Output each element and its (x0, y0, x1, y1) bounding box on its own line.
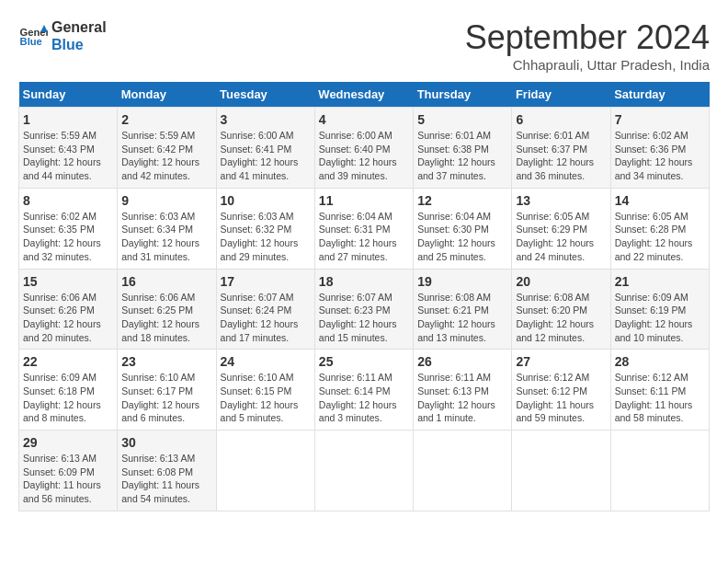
day-info: Sunrise: 6:05 AM Sunset: 6:28 PM Dayligh… (615, 210, 705, 264)
weekday-header-sunday: Sunday (19, 82, 118, 108)
day-number: 14 (615, 193, 705, 208)
calendar-cell: 7 Sunrise: 6:02 AM Sunset: 6:36 PM Dayli… (610, 108, 709, 189)
day-number: 26 (417, 354, 507, 369)
calendar-cell: 26 Sunrise: 6:11 AM Sunset: 6:13 PM Dayl… (414, 350, 512, 431)
calendar-cell: 11 Sunrise: 6:04 AM Sunset: 6:31 PM Dayl… (314, 188, 413, 269)
calendar-week-row: 8 Sunrise: 6:02 AM Sunset: 6:35 PM Dayli… (19, 188, 710, 269)
daylight-text: Daylight: 11 hours and 54 minutes. (121, 479, 199, 504)
day-info: Sunrise: 6:13 AM Sunset: 6:08 PM Dayligh… (121, 452, 211, 506)
day-info: Sunrise: 6:00 AM Sunset: 6:40 PM Dayligh… (319, 129, 409, 183)
day-info: Sunrise: 6:07 AM Sunset: 6:24 PM Dayligh… (221, 291, 311, 345)
sunrise-text: Sunrise: 6:01 AM (417, 130, 491, 141)
calendar-cell: 1 Sunrise: 5:59 AM Sunset: 6:43 PM Dayli… (19, 108, 118, 189)
calendar-week-row: 29 Sunrise: 6:13 AM Sunset: 6:09 PM Dayl… (19, 431, 710, 511)
sunrise-text: Sunrise: 6:08 AM (417, 292, 491, 303)
sunset-text: Sunset: 6:28 PM (615, 224, 687, 235)
daylight-text: Daylight: 12 hours and 25 minutes. (417, 237, 495, 262)
calendar-cell: 3 Sunrise: 6:00 AM Sunset: 6:41 PM Dayli… (216, 108, 314, 189)
daylight-text: Daylight: 12 hours and 17 minutes. (221, 318, 299, 343)
sunrise-text: Sunrise: 5:59 AM (23, 130, 97, 141)
sunset-text: Sunset: 6:15 PM (221, 385, 292, 396)
day-info: Sunrise: 6:11 AM Sunset: 6:14 PM Dayligh… (319, 371, 409, 425)
day-info: Sunrise: 6:05 AM Sunset: 6:29 PM Dayligh… (516, 210, 606, 264)
sunrise-text: Sunrise: 6:07 AM (319, 292, 392, 303)
sunrise-text: Sunrise: 6:11 AM (417, 372, 491, 383)
sunrise-text: Sunrise: 6:11 AM (319, 372, 392, 383)
day-info: Sunrise: 6:06 AM Sunset: 6:25 PM Dayligh… (121, 291, 211, 345)
day-number: 13 (516, 193, 606, 208)
day-info: Sunrise: 6:03 AM Sunset: 6:32 PM Dayligh… (221, 210, 311, 264)
day-info: Sunrise: 6:09 AM Sunset: 6:18 PM Dayligh… (23, 371, 113, 425)
daylight-text: Daylight: 12 hours and 24 minutes. (516, 237, 594, 262)
logo: General Blue General Blue (18, 18, 107, 53)
day-info: Sunrise: 6:01 AM Sunset: 6:37 PM Dayligh… (516, 129, 606, 183)
day-number: 9 (121, 193, 211, 208)
day-number: 25 (319, 354, 409, 369)
calendar-cell: 27 Sunrise: 6:12 AM Sunset: 6:12 PM Dayl… (512, 350, 610, 431)
sunset-text: Sunset: 6:20 PM (516, 304, 587, 316)
day-number: 28 (615, 354, 705, 369)
calendar-cell: 4 Sunrise: 6:00 AM Sunset: 6:40 PM Dayli… (314, 108, 413, 189)
weekday-header-row: SundayMondayTuesdayWednesdayThursdayFrid… (19, 82, 710, 108)
day-number: 30 (121, 435, 211, 450)
day-info: Sunrise: 6:10 AM Sunset: 6:15 PM Dayligh… (221, 371, 311, 425)
day-number: 10 (221, 193, 311, 208)
calendar-cell: 8 Sunrise: 6:02 AM Sunset: 6:35 PM Dayli… (19, 188, 118, 269)
calendar-cell: 22 Sunrise: 6:09 AM Sunset: 6:18 PM Dayl… (19, 350, 118, 431)
daylight-text: Daylight: 12 hours and 18 minutes. (121, 318, 199, 343)
day-info: Sunrise: 6:12 AM Sunset: 6:11 PM Dayligh… (615, 371, 705, 425)
sunset-text: Sunset: 6:14 PM (319, 385, 391, 396)
day-info: Sunrise: 6:09 AM Sunset: 6:19 PM Dayligh… (615, 291, 705, 345)
calendar-cell: 25 Sunrise: 6:11 AM Sunset: 6:14 PM Dayl… (314, 350, 413, 431)
sunrise-text: Sunrise: 6:04 AM (319, 211, 392, 222)
calendar-cell (610, 431, 709, 511)
sunrise-text: Sunrise: 6:12 AM (516, 372, 589, 383)
calendar-cell (216, 431, 314, 511)
logo-icon: General Blue (18, 21, 48, 51)
day-info: Sunrise: 5:59 AM Sunset: 6:43 PM Dayligh… (23, 129, 113, 183)
day-info: Sunrise: 6:02 AM Sunset: 6:36 PM Dayligh… (615, 129, 705, 183)
svg-text:Blue: Blue (20, 37, 42, 48)
sunrise-text: Sunrise: 6:13 AM (121, 453, 195, 464)
calendar-cell: 15 Sunrise: 6:06 AM Sunset: 6:26 PM Dayl… (19, 269, 118, 350)
daylight-text: Daylight: 12 hours and 22 minutes. (615, 237, 693, 262)
calendar-cell: 18 Sunrise: 6:07 AM Sunset: 6:23 PM Dayl… (314, 269, 413, 350)
page-header: General Blue General Blue September 2024… (18, 18, 710, 73)
sunrise-text: Sunrise: 6:05 AM (516, 211, 589, 222)
weekday-header-friday: Friday (512, 82, 610, 108)
sunset-text: Sunset: 6:25 PM (121, 304, 193, 316)
daylight-text: Daylight: 12 hours and 12 minutes. (516, 318, 594, 343)
location-subtitle: Chhaprauli, Uttar Pradesh, India (465, 57, 710, 73)
daylight-text: Daylight: 12 hours and 13 minutes. (417, 318, 495, 343)
day-info: Sunrise: 5:59 AM Sunset: 6:42 PM Dayligh… (121, 129, 211, 183)
sunset-text: Sunset: 6:31 PM (319, 224, 391, 235)
calendar-cell: 5 Sunrise: 6:01 AM Sunset: 6:38 PM Dayli… (414, 108, 512, 189)
day-number: 16 (121, 274, 211, 289)
sunset-text: Sunset: 6:29 PM (516, 224, 587, 235)
sunset-text: Sunset: 6:26 PM (23, 304, 95, 316)
calendar-cell (414, 431, 512, 511)
weekday-header-wednesday: Wednesday (314, 82, 413, 108)
day-info: Sunrise: 6:13 AM Sunset: 6:09 PM Dayligh… (23, 452, 113, 506)
sunrise-text: Sunrise: 5:59 AM (121, 130, 195, 141)
day-info: Sunrise: 6:08 AM Sunset: 6:21 PM Dayligh… (417, 291, 507, 345)
calendar-cell: 29 Sunrise: 6:13 AM Sunset: 6:09 PM Dayl… (19, 431, 118, 511)
day-info: Sunrise: 6:01 AM Sunset: 6:38 PM Dayligh… (417, 129, 507, 183)
sunrise-text: Sunrise: 6:03 AM (221, 211, 294, 222)
sunset-text: Sunset: 6:17 PM (121, 385, 193, 396)
day-number: 22 (23, 354, 113, 369)
day-info: Sunrise: 6:10 AM Sunset: 6:17 PM Dayligh… (121, 371, 211, 425)
daylight-text: Daylight: 12 hours and 6 minutes. (121, 399, 199, 424)
sunset-text: Sunset: 6:34 PM (121, 224, 193, 235)
sunrise-text: Sunrise: 6:00 AM (221, 130, 294, 141)
calendar-week-row: 22 Sunrise: 6:09 AM Sunset: 6:18 PM Dayl… (19, 350, 710, 431)
day-number: 3 (221, 112, 311, 127)
calendar-cell: 24 Sunrise: 6:10 AM Sunset: 6:15 PM Dayl… (216, 350, 314, 431)
sunrise-text: Sunrise: 6:12 AM (615, 372, 688, 383)
daylight-text: Daylight: 12 hours and 41 minutes. (221, 156, 299, 181)
day-info: Sunrise: 6:04 AM Sunset: 6:31 PM Dayligh… (319, 210, 409, 264)
calendar-cell: 6 Sunrise: 6:01 AM Sunset: 6:37 PM Dayli… (512, 108, 610, 189)
daylight-text: Daylight: 12 hours and 36 minutes. (516, 156, 594, 181)
daylight-text: Daylight: 12 hours and 3 minutes. (319, 399, 397, 424)
sunrise-text: Sunrise: 6:08 AM (516, 292, 589, 303)
